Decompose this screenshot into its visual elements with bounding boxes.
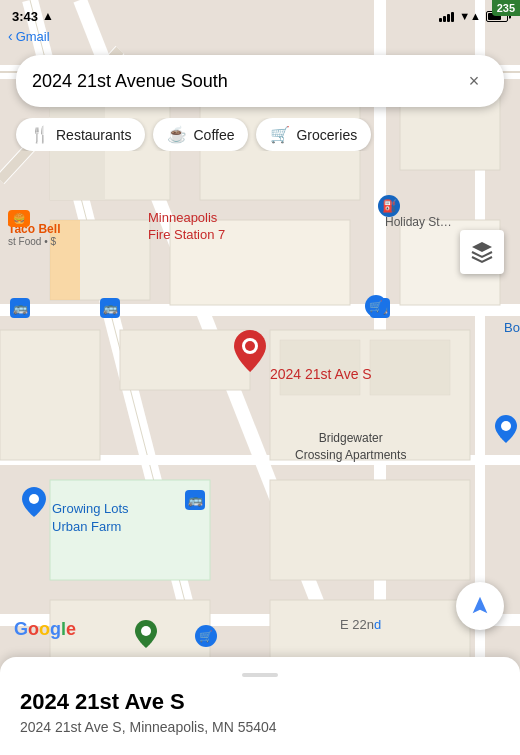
card-title: 2024 21st Ave S bbox=[20, 689, 500, 715]
bottom-card: 2024 21st Ave S 2024 21st Ave S, Minneap… bbox=[0, 657, 520, 755]
card-subtitle: 2024 21st Ave S, Minneapolis, MN 55404 bbox=[20, 719, 500, 735]
svg-rect-19 bbox=[170, 220, 350, 305]
svg-rect-25 bbox=[120, 330, 250, 390]
place-label-holiday: Holiday St… bbox=[385, 215, 452, 229]
location-arrow-icon: ▲ bbox=[42, 9, 54, 23]
coffee-icon: ☕ bbox=[167, 125, 187, 144]
place-label-bridgewater: BridgewaterCrossing Apartments bbox=[295, 430, 406, 464]
svg-rect-17 bbox=[50, 220, 150, 300]
layer-button[interactable] bbox=[460, 230, 504, 274]
map-area[interactable]: S 9th St E 22nd Avivo MinneapolisFire St… bbox=[0, 0, 520, 755]
map-address-label: 2024 21st Ave S bbox=[270, 366, 372, 382]
signal-bars bbox=[439, 10, 454, 22]
pill-coffee-label: Coffee bbox=[193, 127, 234, 143]
restaurants-icon: 🍴 bbox=[30, 125, 50, 144]
pin-green bbox=[135, 620, 157, 652]
pin-bridgewater bbox=[495, 415, 517, 447]
google-logo: Google bbox=[14, 619, 76, 640]
svg-point-34 bbox=[501, 421, 511, 431]
svg-rect-18 bbox=[50, 220, 80, 300]
svg-point-33 bbox=[141, 626, 151, 636]
main-pin bbox=[234, 330, 266, 376]
pill-groceries[interactable]: 🛒 Groceries bbox=[256, 118, 371, 151]
search-query: 2024 21st Avenue South bbox=[32, 71, 460, 92]
place-label-growing-lots: Growing LotsUrban Farm bbox=[52, 500, 129, 536]
svg-rect-21 bbox=[270, 330, 470, 460]
svg-point-32 bbox=[245, 341, 255, 351]
time-display: 3:43 bbox=[12, 9, 38, 24]
search-bar[interactable]: 2024 21st Avenue South × bbox=[16, 55, 504, 107]
pin-tacobell: 🍔 bbox=[8, 210, 30, 227]
transit-pin-2: 🚌 bbox=[100, 298, 120, 318]
wifi-icon: ▼▲ bbox=[459, 10, 481, 22]
pin-growing-lots bbox=[22, 487, 46, 521]
transit-pin-4: 🚌 bbox=[185, 490, 205, 510]
pin-shopping-blue: 🛒 bbox=[195, 625, 217, 647]
place-label-firestation: MinneapolisFire Station 7 bbox=[148, 210, 225, 244]
pin-gas: ⛽ bbox=[378, 195, 400, 217]
transit-pin-1: 🚌 bbox=[10, 298, 30, 318]
category-pills: 🍴 Restaurants ☕ Coffee 🛒 Groceries bbox=[0, 118, 520, 151]
navigation-button[interactable] bbox=[456, 582, 504, 630]
svg-rect-27 bbox=[270, 480, 470, 580]
pill-restaurants-label: Restaurants bbox=[56, 127, 131, 143]
gmail-back-nav[interactable]: ‹ Gmail bbox=[8, 28, 50, 44]
pill-restaurants[interactable]: 🍴 Restaurants bbox=[16, 118, 145, 151]
pill-groceries-label: Groceries bbox=[296, 127, 357, 143]
status-bar: 3:43 ▲ ▼▲ bbox=[0, 0, 520, 28]
pill-coffee[interactable]: ☕ Coffee bbox=[153, 118, 248, 151]
place-label-bo: Bo bbox=[504, 320, 520, 335]
svg-rect-22 bbox=[280, 340, 360, 395]
svg-rect-0 bbox=[0, 0, 520, 755]
svg-point-30 bbox=[29, 494, 39, 504]
svg-rect-24 bbox=[0, 330, 100, 460]
top-badge: 235 bbox=[492, 0, 520, 16]
groceries-icon: 🛒 bbox=[270, 125, 290, 144]
card-handle bbox=[242, 673, 278, 677]
pin-shopping: 🛒 bbox=[365, 295, 387, 317]
svg-rect-23 bbox=[370, 340, 450, 395]
back-arrow-icon: ‹ bbox=[8, 28, 13, 44]
close-button[interactable]: × bbox=[460, 67, 488, 95]
svg-rect-29 bbox=[270, 600, 470, 660]
place-label-tacobell-sub: st Food • $ bbox=[8, 236, 60, 247]
road-label-e22nd: E 22nd bbox=[340, 617, 381, 632]
gmail-back-label: Gmail bbox=[16, 29, 50, 44]
